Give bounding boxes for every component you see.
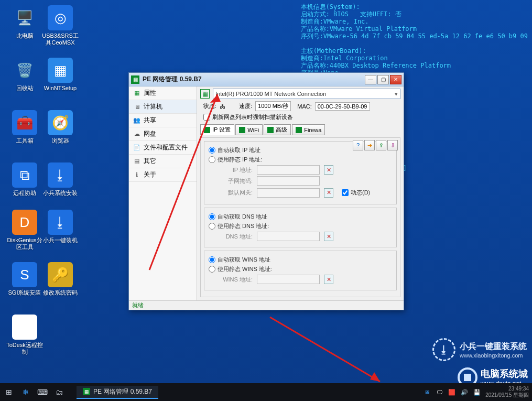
- export-button[interactable]: ⇪: [376, 140, 386, 150]
- tabs: IP 设置WiFi高级Firewa: [200, 124, 400, 135]
- sidebar-item-label: 属性: [144, 89, 156, 97]
- start-button[interactable]: ⊞: [3, 386, 15, 398]
- sidebar-icon: ▦: [133, 90, 140, 97]
- help-button[interactable]: ?: [353, 140, 363, 150]
- tab-icon: [204, 127, 210, 133]
- sidebar-icon: 📄: [133, 144, 140, 151]
- desktop-icon-toolbox[interactable]: 🧰工具箱: [6, 110, 43, 144]
- watermark-xiaobing: ⭳ 小兵一键重装系统 www.xiaobingxitong.com: [432, 338, 527, 361]
- sidebar-icon: ▤: [133, 158, 140, 165]
- desktop-icon-remote-assist[interactable]: ⧉远程协助: [6, 162, 43, 197]
- tab-icon: [296, 127, 302, 133]
- app-icon: ▦: [131, 75, 139, 84]
- taskbar-icon-1[interactable]: ❄: [20, 386, 31, 398]
- sidebar-item-files[interactable]: 📄文件和配置文件: [129, 141, 197, 155]
- desktop-icon-xb-oneclick[interactable]: ⭳小兵一键装机: [42, 210, 79, 244]
- desktop-icon-diskgenius[interactable]: DDiskGenius分区工具: [6, 210, 43, 251]
- sidebar: ▦属性🖥计算机👥共享☁网盘📄文件和配置文件▤其它ℹ关于: [129, 86, 197, 300]
- ip-label: IP 地址:: [216, 166, 253, 174]
- desktop-icon-usb3srs[interactable]: ◎USB3&SRS工具CeoMSX: [42, 5, 79, 46]
- sidebar-icon: ☁: [133, 131, 140, 138]
- tray-color-icon[interactable]: 🟥: [448, 388, 456, 396]
- sidebar-item-about[interactable]: ℹ关于: [129, 168, 197, 182]
- titlebar[interactable]: ▦ PE 网络管理 0.59.B7 — ▢ ✕: [129, 73, 404, 86]
- wins-static-radio[interactable]: 使用静态 WINS 地址:: [209, 265, 392, 273]
- gw-label: 默认网关:: [216, 189, 253, 197]
- speed-value: 1000 MB/秒: [255, 101, 291, 111]
- mask-label: 子网掩码:: [216, 177, 253, 185]
- speed-label: 速度:: [239, 102, 252, 110]
- sidebar-item-label: 共享: [144, 116, 156, 125]
- ip-input[interactable]: [257, 165, 320, 175]
- dynamic-check[interactable]: 动态(D): [342, 189, 370, 197]
- sidebar-item-other[interactable]: ▤其它: [129, 155, 197, 168]
- sidebar-item-label: 其它: [144, 157, 156, 166]
- dns-label: DNS 地址:: [216, 233, 253, 241]
- maximize-button[interactable]: ▢: [377, 75, 389, 84]
- close-button[interactable]: ✕: [390, 75, 401, 84]
- tray-disk-icon[interactable]: 💾: [473, 388, 481, 396]
- dns-clear-button[interactable]: ✕: [324, 232, 333, 241]
- sidebar-icon: 🖥: [133, 103, 140, 111]
- wins-clear-button[interactable]: ✕: [324, 275, 333, 284]
- status-icon: 🖧: [220, 103, 225, 110]
- tab-adv[interactable]: 高级: [264, 124, 291, 135]
- desktop-icon-recycle[interactable]: 🗑️回收站: [6, 58, 43, 92]
- tray-network-icon[interactable]: 🖥: [422, 388, 431, 396]
- import-button[interactable]: ⇩: [387, 140, 398, 150]
- ip-static-radio[interactable]: 使用静态 IP 地址:: [209, 156, 392, 164]
- wins-input[interactable]: [257, 275, 320, 284]
- gw-clear-button[interactable]: ✕: [324, 188, 333, 198]
- desktop-icon-browser[interactable]: 🧭浏览器: [42, 110, 79, 144]
- taskbar-icon-3[interactable]: 🗂: [53, 386, 65, 398]
- refresh-checkbox[interactable]: 刷新网盘列表时强制扫描新设备: [203, 113, 400, 121]
- desktop-icon-todesk[interactable]: TToDesk远程控制: [6, 315, 43, 355]
- sidebar-icon: ℹ: [133, 171, 140, 179]
- adapter-dropdown[interactable]: Intel(R) PRO/1000 MT Network Connection▾: [213, 89, 400, 99]
- taskbar-clock[interactable]: 23:49:34 2021/09/15 星期四: [485, 386, 529, 398]
- next-button[interactable]: ➔: [364, 140, 375, 150]
- pe-network-window: ▦ PE 网络管理 0.59.B7 — ▢ ✕ ▦属性🖥计算机👥共享☁网盘📄文件…: [128, 72, 404, 310]
- sidebar-item-label: 文件和配置文件: [144, 143, 188, 152]
- tray-monitor-icon[interactable]: 🖵: [435, 388, 443, 396]
- sidebar-item-label: 计算机: [144, 102, 162, 111]
- tab-ip[interactable]: IP 设置: [200, 124, 234, 135]
- mac-value: 00-0C-29-50-B9-09: [315, 102, 370, 111]
- sidebar-item-share[interactable]: 👥共享: [129, 114, 197, 127]
- sidebar-item-properties[interactable]: ▦属性: [129, 86, 197, 100]
- sidebar-item-computer[interactable]: 🖥计算机: [129, 100, 197, 114]
- sidebar-item-label: 网盘: [144, 129, 156, 138]
- tray-sound-icon[interactable]: 🔊: [460, 388, 469, 396]
- tab-icon: [267, 127, 274, 133]
- ip-clear-button[interactable]: ✕: [324, 165, 333, 175]
- mask-input[interactable]: [257, 176, 320, 186]
- main-panel: ▦ Intel(R) PRO/1000 MT Network Connectio…: [197, 86, 404, 300]
- desktop-icon-sgi-install[interactable]: SSGI系统安装: [6, 262, 43, 296]
- minimize-button[interactable]: —: [365, 75, 376, 84]
- desktop-icon-mod-pwd[interactable]: 🔑修改系统密码: [42, 262, 79, 296]
- sidebar-item-netdisk[interactable]: ☁网盘: [129, 127, 197, 141]
- sidebar-icon: 👥: [133, 117, 140, 124]
- window-title: PE 网络管理 0.59.B7: [143, 75, 365, 84]
- desktop-icon-this-pc[interactable]: 🖥️此电脑: [6, 5, 43, 39]
- dns-input[interactable]: [257, 232, 320, 241]
- taskbar-task[interactable]: ▦ PE 网络管理 0.59.B7: [77, 386, 158, 399]
- status-bar: 就绪: [129, 300, 404, 310]
- dns-auto-radio[interactable]: 自动获取 DNS 地址: [209, 213, 392, 221]
- tab-wifi[interactable]: WiFi: [235, 124, 263, 135]
- sidebar-item-label: 关于: [144, 170, 156, 179]
- taskbar: ⊞ ❄ ⌨ 🗂 ▦ PE 网络管理 0.59.B7 🖥 🖵 🟥 🔊 💾 23:4…: [0, 383, 532, 401]
- desktop-icon-winntsetup[interactable]: ▦WinNTSetup: [42, 58, 79, 92]
- adapter-icon: ▦: [200, 89, 210, 99]
- mac-label: MAC:: [297, 103, 312, 110]
- dns-static-radio[interactable]: 使用静态 DNS 地址:: [209, 222, 392, 230]
- wins-auto-radio[interactable]: 自动获取 WINS 地址: [209, 256, 392, 264]
- gw-input[interactable]: [257, 188, 320, 198]
- tab-firewall[interactable]: Firewa: [292, 124, 325, 135]
- status-label: 状态:: [203, 102, 216, 110]
- tab-icon: [239, 127, 245, 133]
- taskbar-icon-2[interactable]: ⌨: [37, 386, 48, 398]
- desktop-icon-xb-install[interactable]: ⭳小兵系统安装: [42, 162, 79, 197]
- wins-label: WINS 地址:: [216, 276, 253, 284]
